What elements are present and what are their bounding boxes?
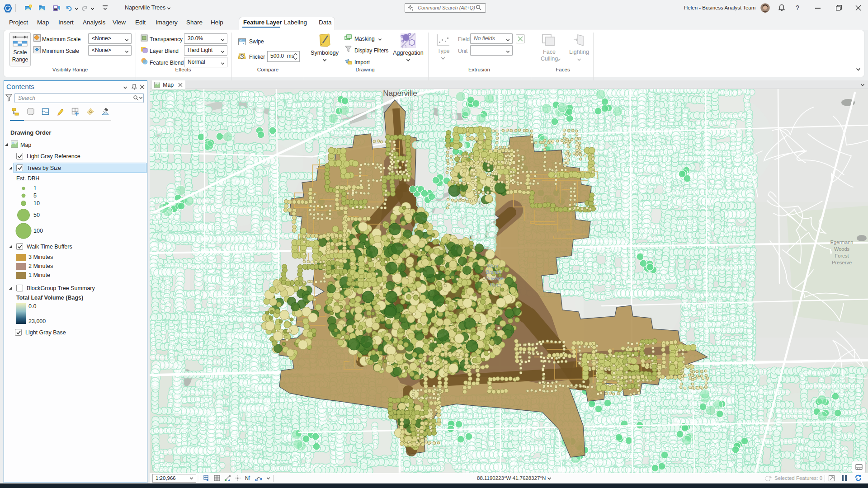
svg-text:Preserve: Preserve — [832, 260, 852, 265]
svg-text:Forest: Forest — [835, 253, 849, 258]
svg-text:Woods: Woods — [834, 246, 850, 252]
svg-text:West: West — [487, 263, 499, 268]
svg-text:River: River — [490, 282, 502, 287]
svg-text:Branch: Branch — [486, 269, 502, 275]
svg-text:Naperville: Naperville — [383, 89, 417, 98]
svg-text:N: N — [245, 475, 249, 481]
svg-text:Egermann: Egermann — [830, 239, 854, 245]
svg-text:DuPage: DuPage — [486, 276, 504, 281]
